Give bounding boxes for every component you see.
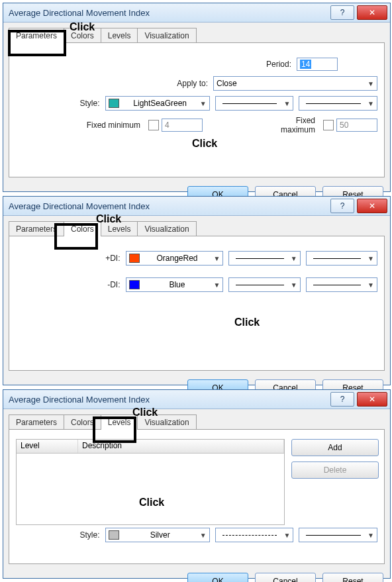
fixed-max-checkbox[interactable] [323,120,334,130]
style-label: Style: [16,530,105,540]
fixed-min-label: Fixed minimum [16,121,146,130]
ok-button[interactable]: OK [187,573,248,582]
style-width-select[interactable]: ▼ [299,528,377,542]
apply-label: Apply to: [16,79,213,88]
fixed-max-label: Fixed maximum [203,116,320,134]
plus-di-label: +DI: [16,254,126,263]
period-input[interactable]: 14 [297,58,338,71]
style-color-select[interactable]: Silver▼ [105,528,210,542]
fixed-min-input[interactable]: 4 [162,119,203,132]
tab-colors[interactable]: Colors [64,221,101,236]
tab-colors[interactable]: Colors [64,414,101,430]
plus-di-width-select[interactable]: ▼ [306,251,377,266]
close-button[interactable]: ✕ [357,199,387,213]
style-swatch [109,530,119,540]
tab-parameters[interactable]: Parameters [9,221,64,236]
tab-levels[interactable]: Levels [101,221,138,236]
levels-col-description: Description [78,440,284,453]
tab-levels[interactable]: Levels [101,28,138,43]
plus-di-line-select[interactable]: ▼ [228,251,300,266]
levels-col-level: Level [17,440,78,453]
fixed-max-input[interactable]: 50 [336,119,377,132]
minus-di-label: -DI: [16,280,126,289]
levels-list[interactable] [17,454,284,524]
window-title: Average Directional Movement Index [9,395,150,405]
minus-di-line-select[interactable]: ▼ [228,277,300,292]
cancel-button[interactable]: Cancel [255,573,316,582]
add-button[interactable]: Add [291,439,379,456]
help-button[interactable]: ? [330,392,354,407]
window-title: Average Directional Movement Index [9,201,150,211]
style-line-select[interactable]: ▼ [215,528,294,542]
style-label: Style: [16,99,105,108]
tab-levels[interactable]: Levels [101,414,138,430]
tab-visualization[interactable]: Visualization [137,221,196,236]
fixed-min-checkbox[interactable] [148,120,159,130]
window-title: Average Directional Movement Index [9,8,150,18]
style-swatch [109,99,119,108]
reset-button[interactable]: Reset [322,573,383,582]
help-button[interactable]: ? [330,199,354,213]
period-label: Period: [16,60,297,69]
tab-parameters[interactable]: Parameters [9,28,64,43]
minus-di-swatch [129,280,140,289]
plus-di-swatch [129,254,140,263]
minus-di-color-select[interactable]: Blue▼ [126,277,224,292]
delete-button[interactable]: Delete [291,461,379,479]
tab-visualization[interactable]: Visualization [137,414,196,430]
close-button[interactable]: ✕ [357,392,387,407]
apply-select[interactable]: Close▼ [213,76,377,91]
close-button[interactable]: ✕ [357,5,387,20]
minus-di-width-select[interactable]: ▼ [306,277,377,292]
style-width-select[interactable]: ▼ [299,96,377,111]
style-line-select[interactable]: ▼ [215,96,294,111]
plus-di-color-select[interactable]: OrangeRed▼ [126,251,224,266]
tab-parameters[interactable]: Parameters [9,414,64,430]
tab-colors[interactable]: Colors [64,28,101,43]
tab-visualization[interactable]: Visualization [137,28,196,43]
style-color-select[interactable]: LightSeaGreen ▼ [105,96,210,111]
help-button[interactable]: ? [330,5,354,20]
